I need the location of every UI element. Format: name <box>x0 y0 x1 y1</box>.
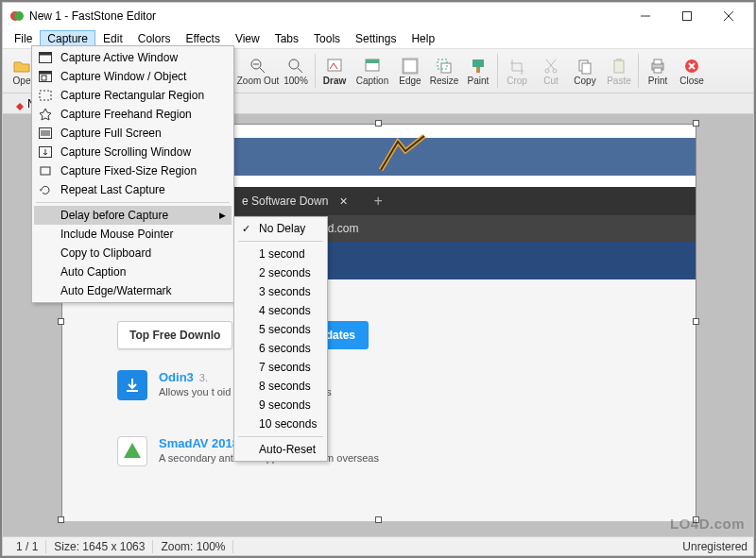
resize-button[interactable]: Resize <box>427 50 461 92</box>
boom-icon <box>379 134 426 172</box>
svg-rect-25 <box>616 59 622 61</box>
close-doc-icon <box>682 57 701 76</box>
menu-delay-5s[interactable]: 5 seconds <box>236 320 325 339</box>
zoomout-button[interactable]: Zoom Out <box>237 50 279 92</box>
status-zoom: Zoom: 100% <box>153 540 233 553</box>
svg-rect-27 <box>654 59 662 64</box>
resize-handle[interactable] <box>693 318 699 325</box>
unsaved-dot-icon <box>16 100 24 108</box>
menu-capture-active-window[interactable]: Capture Active Window <box>34 48 232 67</box>
cut-button[interactable]: Cut <box>534 50 568 92</box>
menu-no-delay[interactable]: ✓No Delay <box>236 219 325 238</box>
titlebar: New 1 - FastStone Editor <box>3 3 753 29</box>
app-name: Odin3 <box>159 370 194 384</box>
edge-icon <box>401 57 420 76</box>
menu-include-mouse[interactable]: Include Mouse Pointer <box>34 225 232 244</box>
crop-button[interactable]: Crop <box>500 50 534 92</box>
delay-submenu: ✓No Delay 1 second 2 seconds 3 seconds 4… <box>233 216 328 462</box>
draw-icon <box>325 57 344 76</box>
svg-rect-14 <box>404 59 417 73</box>
close-button[interactable]: Close <box>675 50 709 92</box>
window-icon <box>38 50 53 65</box>
svg-line-10 <box>298 68 302 73</box>
svg-point-21 <box>553 69 557 73</box>
menu-delay-8s[interactable]: 8 seconds <box>236 377 325 396</box>
menu-copy-clipboard[interactable]: Copy to Clipboard <box>34 244 232 262</box>
copy-icon <box>576 57 594 76</box>
svg-line-7 <box>260 68 265 73</box>
check-icon: ✓ <box>242 223 250 235</box>
svg-rect-18 <box>472 59 484 67</box>
window-title: New 1 - FastStone Editor <box>29 9 625 23</box>
svg-rect-3 <box>683 12 692 21</box>
menu-delay-10s[interactable]: 10 seconds <box>236 414 325 433</box>
app-logo-icon <box>10 9 24 23</box>
edge-button[interactable]: Edge <box>393 50 427 92</box>
paste-button[interactable]: Paste <box>602 50 636 92</box>
cut-icon <box>541 57 560 76</box>
menu-delay-4s[interactable]: 4 seconds <box>236 301 325 320</box>
zoompct-button[interactable]: 100% <box>279 50 313 92</box>
status-size: Size: 1645 x 1063 <box>46 540 153 553</box>
menu-capture-fullscreen[interactable]: Capture Full Screen <box>34 124 232 143</box>
caption-button[interactable]: Caption <box>352 50 393 92</box>
open-icon <box>12 57 31 76</box>
menu-auto-edge[interactable]: Auto Edge/Watermark <box>34 281 232 300</box>
resize-handle[interactable] <box>58 516 64 523</box>
smadav-icon <box>117 436 147 466</box>
menu-delay-before-capture[interactable]: Delay before Capture▶ <box>34 206 232 225</box>
menu-delay-7s[interactable]: 7 seconds <box>236 358 325 377</box>
draw-button[interactable]: Draw <box>318 50 352 92</box>
svg-point-9 <box>289 59 299 69</box>
scroll-window-icon <box>38 144 53 160</box>
resize-handle[interactable] <box>375 120 382 127</box>
menu-capture-window-object[interactable]: Capture Window / Object <box>34 67 232 86</box>
menu-tools[interactable]: Tools <box>306 30 348 47</box>
app-version: 3. <box>199 372 208 383</box>
menu-delay-1s[interactable]: 1 second <box>236 245 325 263</box>
menu-delay-9s[interactable]: 9 seconds <box>236 396 325 414</box>
copy-button[interactable]: Copy <box>568 50 602 92</box>
paint-button[interactable]: Paint <box>461 50 495 92</box>
status-page: 1 / 1 <box>9 540 46 553</box>
close-window-button[interactable] <box>708 3 749 29</box>
svg-rect-23 <box>582 63 591 74</box>
tab-new-icon: + <box>374 193 383 210</box>
menu-capture-freehand[interactable]: Capture Freehand Region <box>34 105 232 124</box>
menu-tabs[interactable]: Tabs <box>267 30 306 47</box>
svg-rect-36 <box>40 91 51 100</box>
repeat-icon <box>38 182 53 197</box>
svg-rect-34 <box>40 72 52 75</box>
menu-help[interactable]: Help <box>404 30 442 47</box>
menu-capture-fixed-size[interactable]: Capture Fixed-Size Region <box>34 161 232 180</box>
svg-point-20 <box>545 69 549 73</box>
svg-rect-24 <box>614 60 624 73</box>
menu-settings[interactable]: Settings <box>348 30 404 47</box>
menu-delay-2s[interactable]: 2 seconds <box>236 263 325 282</box>
menu-auto-caption[interactable]: Auto Caption <box>34 262 232 281</box>
menu-capture-rect[interactable]: Capture Rectangular Region <box>34 86 232 105</box>
minimize-button[interactable] <box>625 3 666 29</box>
maximize-button[interactable] <box>666 3 708 29</box>
print-button[interactable]: Print <box>641 50 675 92</box>
svg-rect-32 <box>40 53 52 56</box>
watermark: LO4D.com <box>670 516 745 532</box>
menu-repeat-last[interactable]: Repeat Last Capture <box>34 180 232 199</box>
print-icon <box>648 57 667 76</box>
status-unregistered: Unregistered <box>682 540 747 553</box>
browser-tab-title: e Software Down <box>242 194 328 208</box>
svg-rect-13 <box>366 59 379 63</box>
menu-capture-scrolling[interactable]: Capture Scrolling Window <box>34 143 232 161</box>
menu-auto-reset[interactable]: Auto-Reset <box>236 440 325 459</box>
statusbar: 1 / 1 Size: 1645 x 1063 Zoom: 100% Unreg… <box>3 536 753 555</box>
svg-rect-39 <box>41 167 50 175</box>
menu-delay-3s[interactable]: 3 seconds <box>236 282 325 301</box>
resize-handle[interactable] <box>58 318 64 325</box>
resize-icon <box>435 57 454 76</box>
resize-handle[interactable] <box>693 120 699 127</box>
menu-delay-6s[interactable]: 6 seconds <box>236 339 325 358</box>
tab-close-icon: × <box>339 194 347 209</box>
svg-rect-30 <box>127 390 138 392</box>
resize-handle[interactable] <box>375 516 382 523</box>
fullscreen-icon <box>38 126 53 141</box>
